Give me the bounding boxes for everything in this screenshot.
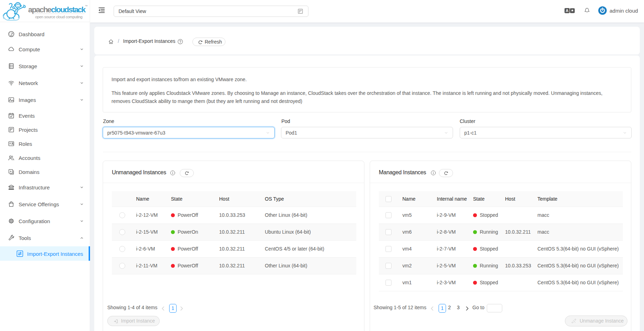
svg-text:apachecloudstack: apachecloudstack (28, 5, 86, 14)
svg-text:A: A (566, 8, 568, 13)
svg-text:™: ™ (85, 5, 88, 8)
svg-text:open source cloud computing: open source cloud computing (35, 15, 82, 19)
